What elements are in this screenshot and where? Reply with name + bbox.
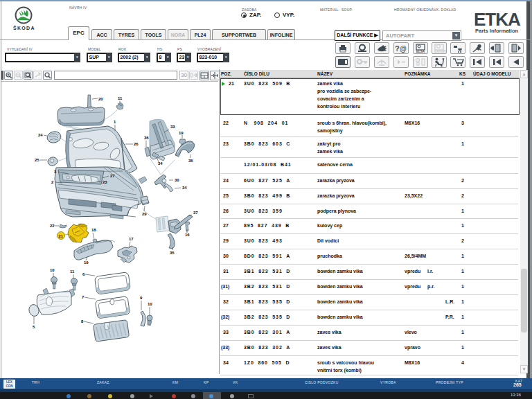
svg-text:30: 30 (175, 178, 179, 182)
svg-text:6: 6 (82, 272, 85, 276)
svg-text:11: 11 (118, 96, 123, 100)
svg-text:8: 8 (81, 319, 84, 323)
svg-text:10: 10 (148, 302, 152, 306)
svg-text:34: 34 (182, 186, 187, 190)
svg-text:23: 23 (103, 180, 107, 184)
svg-text:36: 36 (144, 136, 149, 140)
svg-text:21: 21 (59, 234, 63, 238)
svg-text:2: 2 (51, 180, 54, 184)
svg-text:17: 17 (129, 237, 134, 241)
svg-text:27: 27 (110, 174, 115, 178)
svg-text:24: 24 (38, 133, 43, 137)
svg-text:11: 11 (70, 269, 75, 274)
svg-text:19: 19 (84, 260, 89, 265)
svg-text:35: 35 (170, 251, 175, 255)
svg-text:5: 5 (33, 325, 35, 329)
svg-text:22: 22 (50, 224, 55, 228)
svg-text:20: 20 (98, 97, 103, 101)
svg-text:16: 16 (185, 233, 190, 237)
svg-text:25: 25 (35, 158, 39, 162)
svg-text:26: 26 (134, 142, 139, 146)
svg-text:1: 1 (114, 120, 116, 124)
svg-text:37: 37 (193, 211, 198, 215)
svg-text:29: 29 (142, 212, 147, 216)
svg-text:7: 7 (82, 295, 85, 299)
svg-text:9: 9 (140, 296, 143, 300)
svg-text:33: 33 (170, 125, 175, 129)
svg-text:10: 10 (50, 268, 55, 272)
svg-text:19: 19 (179, 131, 184, 135)
svg-text:18: 18 (91, 228, 96, 232)
svg-text:35: 35 (188, 159, 193, 163)
